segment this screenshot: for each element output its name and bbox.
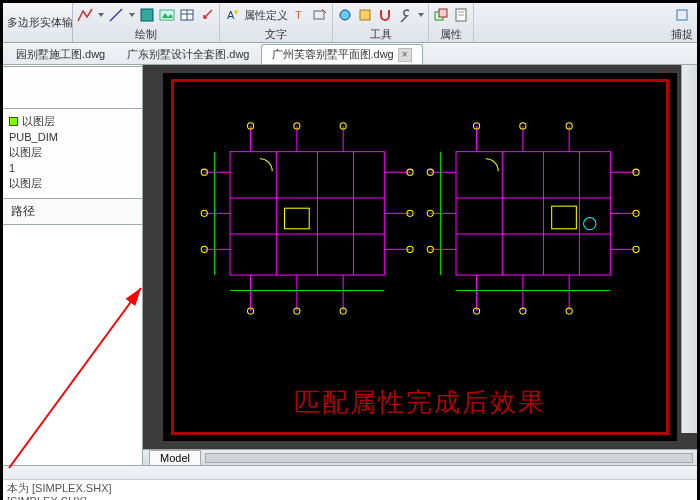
svg-rect-48 — [284, 208, 309, 229]
polyline-icon[interactable] — [77, 7, 93, 23]
ribbon-group-snap: 捕捉 — [667, 3, 697, 42]
layer-name: 1 — [9, 162, 15, 174]
chevron-down-icon[interactable] — [129, 13, 135, 17]
svg-text:A: A — [227, 9, 235, 21]
svg-point-82 — [584, 217, 596, 229]
wrench-icon[interactable] — [397, 7, 413, 23]
floor-plan — [420, 110, 646, 327]
ribbon-group-draw: 绘制 — [73, 3, 220, 42]
command-log: 本为 [SIMPLEX.SHX] [SIMPLEX.SHX] — [3, 479, 697, 500]
command-bar[interactable] — [3, 465, 697, 479]
tab-label: 园别墅施工图.dwg — [16, 47, 105, 62]
side-panel: 以图层 PUB_DIM 以图层 1 以图层 路径 — [3, 65, 143, 465]
hatch-icon[interactable] — [139, 7, 155, 23]
highlight-caption: 匹配属性完成后效果 — [174, 385, 666, 420]
tool1-icon[interactable] — [337, 7, 353, 23]
highlight-box: 匹配属性完成后效果 — [171, 79, 669, 435]
close-icon[interactable]: × — [398, 48, 412, 62]
snap-icon[interactable] — [674, 7, 690, 23]
props-icon[interactable] — [453, 7, 469, 23]
ribbon: 多边形实体输入 绘制 A 属性定义 T 文字 — [3, 3, 697, 43]
svg-rect-2 — [160, 10, 174, 20]
svg-rect-1 — [141, 9, 153, 21]
layer-name: 以图层 — [9, 145, 42, 160]
picture-icon[interactable] — [159, 7, 175, 23]
log-line: [SIMPLEX.SHX] — [7, 495, 693, 500]
svg-point-7 — [234, 10, 238, 14]
path-body — [3, 225, 142, 465]
ribbon-group-label: 捕捉 — [671, 27, 693, 41]
layer-row[interactable]: 以图层 — [7, 144, 142, 161]
arrow-icon[interactable] — [199, 7, 215, 23]
svg-point-10 — [340, 10, 350, 20]
scroll-track[interactable] — [205, 453, 693, 463]
layer-row[interactable]: 以图层 — [7, 175, 142, 192]
tab-doc[interactable]: 广东别墅设计全套图.dwg — [116, 44, 260, 64]
line-icon[interactable] — [108, 7, 124, 23]
svg-rect-18 — [230, 152, 384, 275]
chevron-down-icon[interactable] — [98, 13, 104, 17]
svg-rect-81 — [552, 206, 577, 229]
document-tabs: 园别墅施工图.dwg 广东别墅设计全套图.dwg 广州芙蓉别墅平面图.dwg × — [3, 43, 697, 65]
horizontal-scrollbar[interactable]: Model — [143, 449, 697, 465]
tab-label: 广州芙蓉别墅平面图.dwg — [272, 47, 394, 62]
tab-label: 广东别墅设计全套图.dwg — [127, 47, 249, 62]
svg-rect-51 — [456, 152, 610, 275]
block-icon[interactable] — [433, 7, 449, 23]
ribbon-group-label: 绘制 — [135, 27, 157, 41]
ribbon-group-props: 属性 — [429, 3, 474, 42]
layer-name: 以图层 — [22, 114, 55, 129]
text-icon[interactable]: T — [292, 7, 308, 23]
tool2-icon[interactable] — [357, 7, 373, 23]
log-line: 本为 [SIMPLEX.SHX] — [7, 482, 693, 495]
path-header: 路径 — [3, 198, 142, 225]
tab-doc-active[interactable]: 广州芙蓉别墅平面图.dwg × — [261, 44, 423, 64]
svg-rect-11 — [360, 10, 370, 20]
chevron-down-icon[interactable] — [418, 13, 424, 17]
ribbon-group-label: 工具 — [370, 27, 392, 41]
svg-rect-17 — [677, 10, 687, 20]
layer-name: 以图层 — [9, 176, 42, 191]
layer-row[interactable]: 1 — [7, 161, 142, 175]
layer-row[interactable]: PUB_DIM — [7, 130, 142, 144]
ribbon-left-label: 多边形实体输入 — [3, 3, 73, 42]
layer-swatch — [9, 117, 18, 126]
layer-row[interactable]: 以图层 — [7, 113, 142, 130]
layer-list: 以图层 PUB_DIM 以图层 1 以图层 — [3, 109, 142, 192]
svg-text:T: T — [295, 9, 302, 21]
table-icon[interactable] — [179, 7, 195, 23]
tab-doc[interactable]: 园别墅施工图.dwg — [5, 44, 116, 64]
ribbon-group-label: 文字 — [265, 27, 287, 41]
floor-plan — [194, 110, 420, 327]
edit-text-icon[interactable] — [312, 7, 328, 23]
svg-rect-9 — [314, 11, 324, 19]
workspace: 匹配属性完成后效果 Model — [143, 65, 697, 465]
magnet-icon[interactable] — [377, 7, 393, 23]
layer-name: PUB_DIM — [9, 131, 58, 143]
ribbon-group-text: A 属性定义 T 文字 — [220, 3, 333, 42]
drawing-canvas[interactable]: 匹配属性完成后效果 — [163, 73, 677, 441]
svg-line-0 — [110, 9, 122, 21]
vertical-scrollbar[interactable] — [681, 65, 697, 433]
model-tab[interactable]: Model — [149, 450, 201, 465]
attr-def-label: 属性定义 — [244, 8, 288, 23]
attr-def-icon[interactable]: A — [224, 7, 240, 23]
ribbon-group-tools: 工具 — [333, 3, 429, 42]
ribbon-group-label: 属性 — [440, 27, 462, 41]
svg-rect-13 — [439, 9, 447, 17]
